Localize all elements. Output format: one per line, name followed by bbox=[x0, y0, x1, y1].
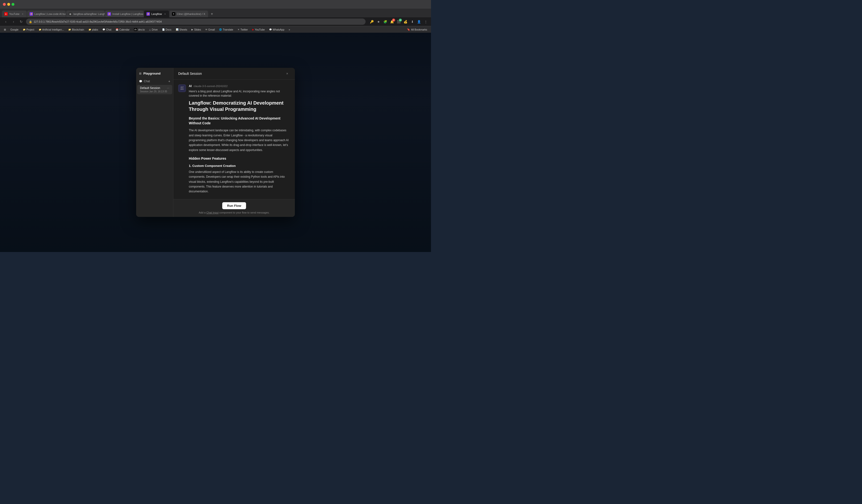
bookmark-calendar[interactable]: 📅 Calendar bbox=[114, 28, 132, 31]
slides-bm-label: Slides bbox=[194, 28, 201, 31]
session-name: Default Session ··· bbox=[140, 86, 169, 90]
tab-langflow-active-close[interactable]: × bbox=[163, 12, 167, 16]
tab-cline[interactable]: ✕ Cline (@thankscline) / X × bbox=[170, 11, 208, 17]
install-langflow-favicon: ⚡ bbox=[107, 12, 111, 16]
translate-bm-icon: 🌐 bbox=[219, 28, 222, 31]
run-flow-button[interactable]: Run Flow bbox=[222, 202, 246, 209]
messages-area[interactable]: ANTHRO AI claude-3-5-sonnet-20241022 Her… bbox=[173, 80, 295, 199]
more-bookmarks-icon: » bbox=[289, 28, 290, 31]
bookmark-ai[interactable]: 📁 Artificial Intelligen... bbox=[37, 28, 66, 31]
extension2-icon[interactable]: ⬛ 10 bbox=[396, 19, 401, 24]
wallet-icon[interactable]: 💰 bbox=[403, 19, 408, 24]
tab-youtube-close[interactable]: × bbox=[21, 12, 24, 16]
password-icon[interactable]: 🔑 bbox=[369, 19, 374, 24]
bookmark-plabs[interactable]: 📁 plabs bbox=[87, 28, 100, 31]
bookmark-whatsapp[interactable]: 💬 WhatsApp bbox=[267, 28, 286, 31]
playground-icon: ⊞ bbox=[139, 72, 141, 75]
bookmark-gmail[interactable]: ✉ Gmail bbox=[204, 28, 217, 31]
folder-icon-blockchain: 📁 bbox=[68, 28, 71, 31]
devto-bm-label: dev.to bbox=[138, 28, 145, 31]
bookmark-twitter[interactable]: ✕ Twitter bbox=[236, 28, 250, 31]
session-options-button[interactable]: ··· bbox=[167, 86, 169, 90]
session-item-default[interactable]: Default Session ··· Session Jan 29, 16:1… bbox=[137, 85, 172, 94]
session-date: Session Jan 29, 16:13·35 bbox=[140, 90, 169, 93]
chat-section-label: Chat bbox=[144, 80, 150, 83]
tab-cline-label: Cline (@thankscline) / X bbox=[177, 13, 205, 15]
folder-icon-plabs: 📁 bbox=[89, 28, 91, 31]
chat-input-link[interactable]: Chat Input bbox=[206, 211, 219, 214]
refresh-button[interactable]: ↻ bbox=[18, 19, 24, 25]
main-content: ⊞ Playground 💬 Chat + Default Session ··… bbox=[0, 33, 431, 252]
docs-bm-label: Docs bbox=[166, 28, 171, 31]
blog-paragraph2: One underutilized aspect of Langflow is … bbox=[189, 170, 290, 194]
extension-icon[interactable]: 🧩 bbox=[383, 19, 388, 24]
hint-text-before: Add a bbox=[199, 211, 206, 214]
profile-icon[interactable]: 👤 bbox=[417, 19, 421, 24]
playground-modal: ⊞ Playground 💬 Chat + Default Session ··… bbox=[136, 68, 295, 217]
bookmark-blockchain[interactable]: 📁 Blockchain bbox=[66, 28, 86, 31]
youtube-bm-icon: ▶ bbox=[252, 28, 254, 31]
chat-section-header: 💬 Chat + bbox=[136, 79, 173, 85]
folder-icon-ai: 📁 bbox=[39, 28, 41, 31]
chat-bm-label: Chat bbox=[106, 28, 112, 31]
twitter-bm-icon: ✕ bbox=[238, 28, 239, 31]
bookmark-docs[interactable]: 📄 Docs bbox=[160, 28, 173, 31]
blog-subsection1-title: 1. Custom Component Creation bbox=[189, 164, 290, 168]
tab-langflow-build[interactable]: ⚡ Langflow | Low-code AI build... × bbox=[27, 11, 66, 17]
address-bar: ‹ › ↻ 🔒 127.0.0.1:7861/flow/e92d7e27-f10… bbox=[0, 17, 431, 26]
tab-langflow-active[interactable]: ⚡ Langflow × bbox=[144, 11, 169, 17]
bookmark-translate[interactable]: 🌐 Translate bbox=[217, 28, 235, 31]
all-bookmarks-label: All Bookmarks bbox=[411, 28, 427, 31]
tabs-bar: ▶ YouTube × ⚡ Langflow | Low-code AI bui… bbox=[0, 9, 431, 17]
close-modal-button[interactable]: × bbox=[284, 71, 290, 77]
blog-section2-title: Hidden Power Features bbox=[189, 156, 290, 161]
bookmark-google[interactable]: Google bbox=[9, 28, 21, 31]
modal-backdrop: ⊞ Playground 💬 Chat + Default Session ··… bbox=[0, 33, 431, 252]
bookmark-sheets[interactable]: 📊 Sheets bbox=[174, 28, 189, 31]
bookmark-project[interactable]: 📁 Project bbox=[21, 28, 36, 31]
youtube-favicon: ▶ bbox=[4, 12, 8, 16]
chat-header-left: 💬 Chat bbox=[139, 80, 150, 83]
url-bar[interactable]: 🔒 127.0.0.1:7861/flow/e92d7e27-f100-4ca0… bbox=[26, 18, 366, 25]
cline-favicon: ✕ bbox=[172, 12, 175, 16]
bookmark-chat[interactable]: 💬 Chat bbox=[101, 28, 113, 31]
tab-github[interactable]: ⊛ langflow-ai/langflow: Langfl... × bbox=[66, 11, 105, 17]
bookmark-star-icon[interactable]: ★ bbox=[376, 19, 381, 24]
hint-text-after: component to your flow to send messages. bbox=[219, 211, 270, 214]
bookmark-all[interactable]: 🔖 All Bookmarks bbox=[405, 27, 429, 31]
maximize-window-button[interactable] bbox=[12, 3, 14, 6]
ai-message: ANTHRO AI claude-3-5-sonnet-20241022 Her… bbox=[178, 84, 290, 197]
whatsapp-bm-icon: 💬 bbox=[269, 28, 272, 31]
bookmark-more[interactable]: » bbox=[287, 28, 292, 31]
github-favicon: ⊛ bbox=[68, 12, 72, 16]
input-area: Run Flow Add a Chat Input component to y… bbox=[173, 199, 295, 217]
tab-install-langflow-label: Install Langflow | Langflow D... bbox=[112, 13, 144, 15]
title-bar bbox=[0, 0, 431, 9]
folder-icon-project: 📁 bbox=[23, 28, 26, 31]
add-chat-button[interactable]: + bbox=[168, 80, 170, 83]
bookmark-apps[interactable]: ⊞ bbox=[2, 28, 8, 31]
drive-bm-icon: △ bbox=[149, 28, 151, 31]
tab-youtube[interactable]: ▶ YouTube × bbox=[2, 11, 27, 17]
bookmark-drive[interactable]: △ Drive bbox=[147, 28, 160, 31]
bookmark-devto[interactable]: dv dev.to bbox=[132, 28, 147, 31]
bookmark-slides[interactable]: ▶ Slides bbox=[190, 28, 203, 31]
content-header: Default Session × bbox=[173, 68, 295, 80]
langflow-build-favicon: ⚡ bbox=[29, 12, 33, 16]
minimize-window-button[interactable] bbox=[7, 3, 10, 6]
bookmark-youtube[interactable]: ▶ YouTube bbox=[250, 28, 267, 31]
bookmarks-bar: ⊞ Google 📁 Project 📁 Artificial Intellig… bbox=[0, 26, 431, 33]
download-icon[interactable]: ⬇ bbox=[410, 19, 415, 24]
tab-install-langflow[interactable]: ⚡ Install Langflow | Langflow D... × bbox=[105, 11, 144, 17]
tab-cline-close[interactable]: × bbox=[207, 12, 208, 16]
blog-title: Langflow: Democratizing AI DevelopmentTh… bbox=[189, 100, 290, 112]
content-area: Default Session × ANTHRO AI claude-3-5-s… bbox=[173, 68, 295, 217]
menu-icon[interactable]: ⋮ bbox=[423, 19, 428, 24]
new-tab-button[interactable]: + bbox=[209, 11, 215, 17]
forward-button[interactable]: › bbox=[11, 19, 16, 25]
back-button[interactable]: ‹ bbox=[3, 19, 9, 25]
notification-icon[interactable]: 🔔 2 bbox=[390, 19, 394, 24]
blog-paragraph1: The AI development landscape can be inti… bbox=[189, 128, 290, 152]
whatsapp-bm-label: WhatsApp bbox=[273, 28, 284, 31]
close-window-button[interactable] bbox=[3, 3, 6, 6]
